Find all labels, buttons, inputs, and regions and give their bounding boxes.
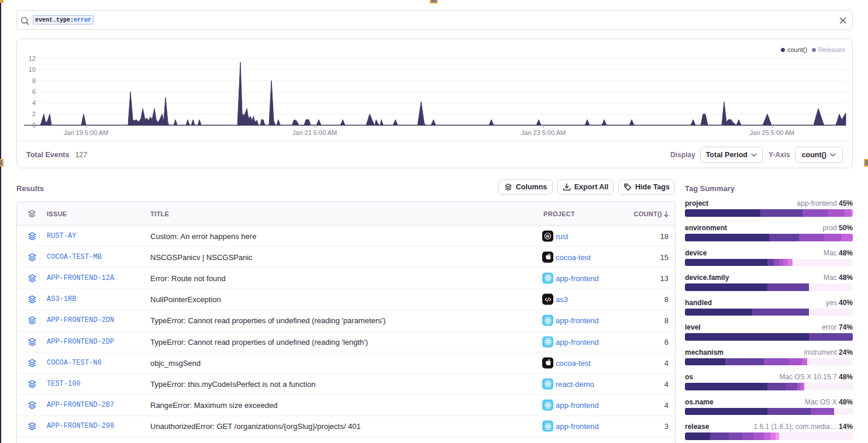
svg-text:R: R: [546, 233, 550, 238]
